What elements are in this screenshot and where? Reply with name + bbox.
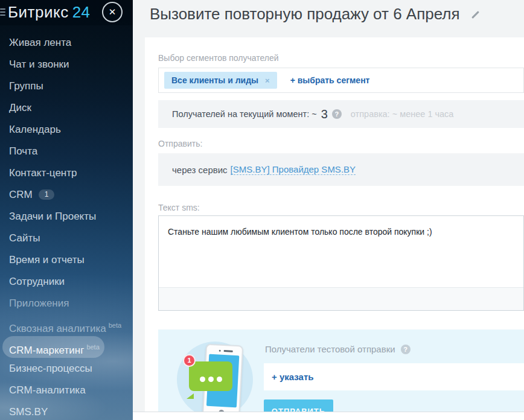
sidebar-item-end-to-end-analytics[interactable]: Сквозная аналитикаbeta <box>0 314 133 336</box>
notification-badge: 1 <box>183 354 196 367</box>
sidebar: Битрикс24 ✕ Живая лента Чат и звонки Гру… <box>0 0 133 420</box>
close-icon[interactable]: ✕ <box>102 2 123 22</box>
page-header: Вызовите повторную продажу от 6 Апреля <box>133 0 524 37</box>
sidebar-item-applications[interactable]: Приложения <box>0 293 133 314</box>
beta-tag: beta <box>109 322 121 329</box>
logo-brand: Битрикс <box>8 3 69 21</box>
service-box: через сервис [SMS.BY] Провайдер SMS.BY <box>158 153 524 186</box>
sidebar-item-crm[interactable]: CRM1 <box>0 184 133 206</box>
main-content: Вызовите повторную продажу от 6 Апреля В… <box>133 0 524 420</box>
recipients-text: Получателей на текущий момент: ~ <box>172 109 317 119</box>
add-segment-link[interactable]: + выбрать сегмент <box>290 75 370 85</box>
sidebar-item-smsby[interactable]: SMS.BY <box>0 401 133 420</box>
sidebar-item-groups[interactable]: Группы <box>0 75 133 97</box>
help-icon[interactable]: ? <box>401 345 411 354</box>
hamburger-menu-icon[interactable] <box>0 8 3 17</box>
sidebar-item-calendar[interactable]: Календарь <box>0 119 133 141</box>
logo-suffix: 24 <box>72 3 91 21</box>
message-bubble-icon <box>189 361 232 391</box>
sms-text-label: Текст sms: <box>158 203 524 212</box>
sidebar-nav: Живая лента Чат и звонки Группы Диск Кал… <box>0 32 133 420</box>
sidebar-item-live-feed[interactable]: Живая лента <box>0 32 133 54</box>
sms-textarea-footer <box>159 287 523 310</box>
campaign-form-card: Выбор сегментов получателей Все клиенты … <box>145 37 524 412</box>
sidebar-item-chat-calls[interactable]: Чат и звонки <box>0 54 133 75</box>
send-label: Отправить: <box>158 139 524 148</box>
test-send-panel: 1 Получатели тестовой отправки ? + указа… <box>158 329 524 412</box>
crm-counter-badge: 1 <box>39 189 55 200</box>
service-via-text: через сервис <box>172 165 228 175</box>
sidebar-item-crm-analytics[interactable]: CRM-аналитика <box>0 380 133 401</box>
segments-input-box[interactable]: Все клиенты и лиды × + выбрать сегмент <box>158 68 524 93</box>
send-duration-note: отправка: ~ менее 1 часа <box>351 109 454 119</box>
sidebar-header: Битрикс24 ✕ <box>0 0 133 25</box>
sidebar-item-sites[interactable]: Сайты <box>0 228 133 249</box>
sidebar-item-employees[interactable]: Сотрудники <box>0 271 133 293</box>
page-title: Вызовите повторную продажу от 6 Апреля <box>150 5 460 24</box>
segments-label: Выбор сегментов получателей <box>158 53 524 63</box>
segment-remove-icon[interactable]: × <box>265 76 270 85</box>
test-recipients-input[interactable]: + указать <box>264 363 524 390</box>
recipients-count: 3 <box>321 107 328 121</box>
sidebar-item-business-processes[interactable]: Бизнес-процессы <box>0 358 133 380</box>
panel-bottom-edge <box>133 412 524 420</box>
sms-textarea-box: Станьте нашим любимым клиентом только по… <box>158 215 524 311</box>
edit-title-pencil-icon[interactable] <box>471 11 479 19</box>
service-provider-link[interactable]: [SMS.BY] Провайдер SMS.BY <box>231 164 356 175</box>
sidebar-item-contact-center[interactable]: Контакт-центр <box>0 162 133 184</box>
help-icon[interactable]: ? <box>332 109 342 119</box>
sidebar-item-time-reports[interactable]: Время и отчеты <box>0 249 133 271</box>
sidebar-item-mail[interactable]: Почта <box>0 141 133 162</box>
sidebar-item-crm-marketing[interactable]: CRM-маркетингbeta <box>2 336 104 358</box>
beta-tag: beta <box>86 343 99 351</box>
test-recipients-label: Получатели тестовой отправки ? <box>265 344 411 354</box>
bitrix24-logo: Битрикс24 <box>8 3 91 22</box>
bitrix24-app: Битрикс24 ✕ Живая лента Чат и звонки Гру… <box>0 0 524 420</box>
recipients-summary-bar: Получателей на текущий момент: ~ 3 ? отп… <box>158 100 524 128</box>
segment-tag[interactable]: Все клиенты и лиды × <box>164 72 277 89</box>
add-test-recipient-link[interactable]: + указать <box>272 372 313 382</box>
send-test-button[interactable]: ОТПРАВИТЬ <box>264 399 333 412</box>
sms-text-input[interactable]: Станьте нашим любимым клиентом только по… <box>159 216 523 287</box>
sidebar-item-tasks-projects[interactable]: Задачи и Проекты <box>0 206 133 228</box>
segment-tag-label: Все клиенты и лиды <box>171 75 258 85</box>
sidebar-item-disk[interactable]: Диск <box>0 97 133 119</box>
